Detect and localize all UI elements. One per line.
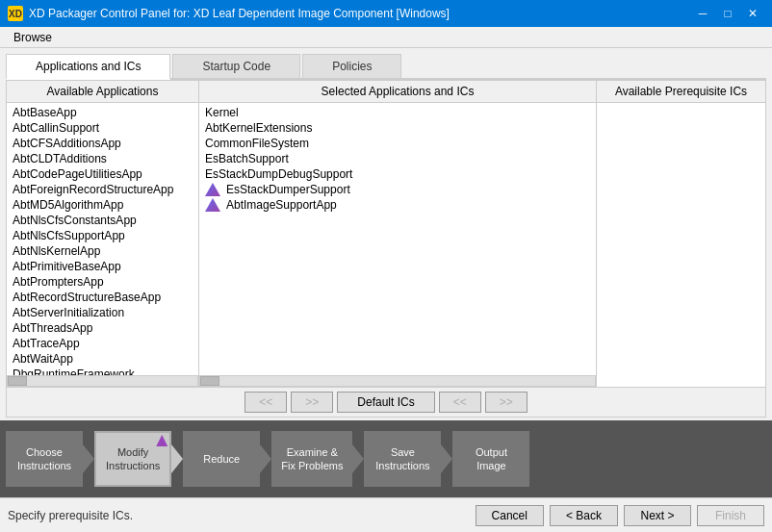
step-choose-box[interactable]: ChooseInstructions xyxy=(6,431,83,487)
step-save-box[interactable]: SaveInstructions xyxy=(364,431,441,487)
list-item[interactable]: AbtThreadsApp xyxy=(9,320,196,336)
step-reduce-arrow xyxy=(260,444,271,473)
available-left-right-btn[interactable]: >> xyxy=(291,392,333,413)
title-bar: XD XD Packager Control Panel for: XD Lea… xyxy=(0,0,772,27)
item-icon xyxy=(205,198,220,212)
list-item[interactable]: AbtNlsKernelApp xyxy=(9,243,196,259)
selected-right-left-btn[interactable]: << xyxy=(439,392,481,413)
finish-button[interactable]: Finish xyxy=(697,505,764,526)
available-panel: Available Applications AbtBaseApp AbtCal… xyxy=(7,81,199,387)
prerequisite-list[interactable] xyxy=(597,103,765,387)
modify-step-icon xyxy=(156,435,167,446)
prerequisite-panel: Available Prerequisite ICs xyxy=(597,81,765,387)
title-text: XD Packager Control Panel for: XD Leaf D… xyxy=(29,7,450,20)
step-examine-arrow xyxy=(352,444,364,473)
step-modify-label: ModifyInstructions xyxy=(106,445,160,473)
list-item[interactable]: AbtCFSAdditionsApp xyxy=(9,136,196,151)
list-item[interactable]: AbtMD5AlgorithmApp xyxy=(9,197,196,213)
wizard-step-save: SaveInstructions xyxy=(364,430,452,488)
scrollbar-thumb xyxy=(8,376,27,386)
maximize-button[interactable]: □ xyxy=(716,4,739,23)
prerequisite-panel-header: Available Prerequisite ICs xyxy=(597,81,765,103)
close-button[interactable]: ✕ xyxy=(741,4,764,23)
wizard-step-output: OutputImage xyxy=(452,430,529,488)
step-choose-arrow xyxy=(83,444,94,473)
minimize-button[interactable]: ─ xyxy=(691,4,714,23)
step-modify-box[interactable]: ModifyInstructions xyxy=(94,431,171,487)
app-icon: XD xyxy=(8,6,23,21)
cancel-button[interactable]: Cancel xyxy=(476,505,544,526)
available-left-left-btn[interactable]: << xyxy=(244,392,287,413)
selected-scrollbar-h[interactable] xyxy=(199,375,596,387)
wizard-step-examine: Examine &Fix Problems xyxy=(271,430,364,488)
wizard-bar: ChooseInstructions ModifyInstructions Re… xyxy=(0,420,772,497)
step-examine-box[interactable]: Examine &Fix Problems xyxy=(271,431,352,487)
list-item[interactable]: AbtWaitApp xyxy=(9,351,196,367)
tab-policies[interactable]: Policies xyxy=(302,54,401,78)
step-save-arrow xyxy=(441,444,452,473)
status-bar: Specify prerequisite ICs. Cancel < Back … xyxy=(0,497,772,532)
wizard-step-choose: ChooseInstructions xyxy=(6,430,94,488)
status-buttons: Cancel < Back Next > Finish xyxy=(476,505,764,526)
status-text: Specify prerequisite ICs. xyxy=(8,509,133,522)
step-reduce-label: Reduce xyxy=(203,452,240,466)
step-output-box[interactable]: OutputImage xyxy=(452,431,529,487)
list-item[interactable]: AbtPrimitiveBaseApp xyxy=(9,259,196,274)
selected-panel-header: Selected Applications and ICs xyxy=(199,81,596,103)
selected-panel: Selected Applications and ICs Kernel Abt… xyxy=(199,81,597,387)
main-content: Applications and ICs Startup Code Polici… xyxy=(0,48,772,420)
list-item[interactable]: AbtCLDTAdditions xyxy=(9,151,196,166)
available-list[interactable]: AbtBaseApp AbtCallinSupport AbtCFSAdditi… xyxy=(7,103,198,375)
list-item[interactable]: EsBatchSupport xyxy=(201,151,594,166)
scrollbar-thumb xyxy=(200,376,219,386)
step-save-label: SaveInstructions xyxy=(375,445,429,473)
list-item[interactable]: AbtImageSupportApp xyxy=(201,197,594,213)
menu-bar: Browse xyxy=(0,27,772,48)
tab-startup[interactable]: Startup Code xyxy=(172,54,300,78)
list-item[interactable]: AbtPromptersApp xyxy=(9,274,196,290)
list-item[interactable]: AbtCallinSupport xyxy=(9,120,196,136)
list-item[interactable]: AbtNlsCfsConstantsApp xyxy=(9,213,196,228)
list-item[interactable]: AbtServerInitialization xyxy=(9,305,196,320)
list-item[interactable]: EsStackDumperSupport xyxy=(201,182,594,197)
list-item[interactable]: AbtBaseApp xyxy=(9,105,196,120)
panels-row: Available Applications AbtBaseApp AbtCal… xyxy=(6,80,766,388)
step-modify-arrow xyxy=(171,444,183,473)
available-panel-header: Available Applications xyxy=(7,81,198,103)
list-item[interactable]: AbtCodePageUtilitiesApp xyxy=(9,166,196,182)
step-choose-label: ChooseInstructions xyxy=(17,445,71,473)
list-item[interactable]: EsStackDumpDebugSupport xyxy=(201,166,594,182)
menu-browse[interactable]: Browse xyxy=(8,29,58,46)
selected-right-right-btn[interactable]: >> xyxy=(485,392,528,413)
default-ics-button[interactable]: Default ICs xyxy=(337,392,434,413)
available-scrollbar-h[interactable] xyxy=(7,375,198,387)
list-item[interactable]: DbgRuntimeFramework xyxy=(9,367,196,375)
list-item[interactable]: AbtRecordStructureBaseApp xyxy=(9,290,196,305)
list-item[interactable]: AbtForeignRecordStructureApp xyxy=(9,182,196,197)
item-icon xyxy=(205,183,220,196)
step-output-label: OutputImage xyxy=(476,445,507,473)
list-item[interactable]: AbtKernelExtensions xyxy=(201,120,594,136)
wizard-step-modify: ModifyInstructions xyxy=(94,430,183,488)
wizard-step-reduce: Reduce xyxy=(183,430,271,488)
window-controls: ─ □ ✕ xyxy=(691,4,764,23)
tabs-container: Applications and ICs Startup Code Polici… xyxy=(6,54,766,80)
list-item[interactable]: AbtTraceApp xyxy=(9,336,196,351)
list-item[interactable]: Kernel xyxy=(201,105,594,120)
back-button[interactable]: < Back xyxy=(550,505,618,526)
selected-list[interactable]: Kernel AbtKernelExtensions CommonFileSys… xyxy=(199,103,596,375)
tab-applications[interactable]: Applications and ICs xyxy=(6,54,170,80)
step-examine-label: Examine &Fix Problems xyxy=(281,445,343,473)
list-item[interactable]: AbtNlsCfsSupportApp xyxy=(9,228,196,243)
next-button[interactable]: Next > xyxy=(624,505,691,526)
bottom-buttons: << >> Default ICs << >> xyxy=(6,388,766,418)
step-reduce-box[interactable]: Reduce xyxy=(183,431,260,487)
list-item[interactable]: CommonFileSystem xyxy=(201,136,594,151)
